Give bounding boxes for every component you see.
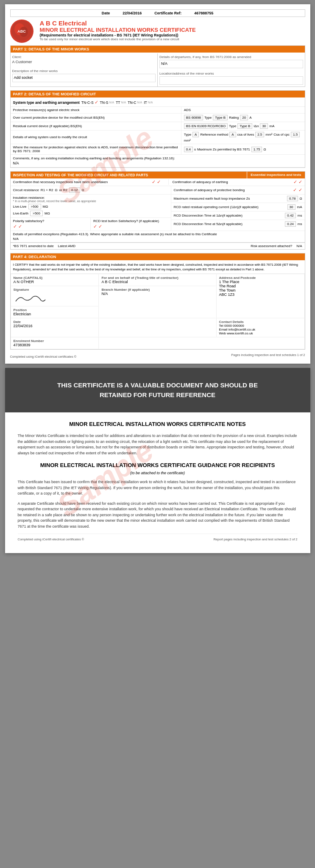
rcd-row: Residual current device (if applicable) … bbox=[11, 122, 305, 131]
rcd-test-block: RCD test button Satisfactory? (if applic… bbox=[91, 218, 171, 231]
address-label: Address and Postcode bbox=[219, 276, 302, 280]
notes-body: The Minor Works Certificate is intended … bbox=[18, 433, 298, 456]
wiring-label: Details of wiring system used to modify … bbox=[11, 131, 181, 144]
rcd-rated-label: RCD rated residual operating current (1Δ… bbox=[174, 205, 286, 209]
polarity-label: Polarity satisfactory? bbox=[13, 219, 88, 223]
polarity-block: Polarity satisfactory? ✓ ✓ bbox=[11, 218, 91, 231]
live-earth-row: Live-Earth >500 MΩ bbox=[13, 211, 168, 216]
idn-label: IΔn bbox=[254, 124, 259, 128]
protective-row: Protective measure(s) against electric s… bbox=[11, 107, 305, 114]
protection-row: Where the measure for protection against… bbox=[11, 144, 305, 155]
r2-unit: Ω bbox=[82, 188, 84, 192]
page2-footer-right: Report pages including inspection and te… bbox=[213, 537, 297, 541]
header-text: A B C Electrical MINOR ELECTRICAL INSTAL… bbox=[40, 19, 305, 41]
desc-value: Add socket bbox=[12, 74, 156, 82]
rating-unit: A bbox=[249, 116, 251, 120]
csa-cpc-label: Csa of cpc bbox=[273, 133, 290, 136]
comments-label: Comments, if any, on existing installati… bbox=[13, 156, 302, 160]
circuit-res-label: Circuit resistance bbox=[13, 188, 39, 192]
permitted-block: Details of permitted exceptions (Regulat… bbox=[11, 231, 305, 242]
circuit-res-row: Circuit resistance R1 + R2 Ω or R2 0.12 … bbox=[11, 186, 171, 195]
rcd-disc-1-unit: ms bbox=[298, 214, 302, 217]
part1-right: Details of departures, if any, from BS 7… bbox=[158, 53, 305, 86]
insp1-label: Confirmation that necessary inspections … bbox=[11, 179, 144, 185]
enrolment-label: Enrolment Number bbox=[14, 339, 96, 343]
tns-item: TN-S N/A bbox=[100, 100, 114, 105]
part3: INSPECTION AND TESTING OF THE MODIFIED C… bbox=[10, 171, 305, 250]
rcd-disc-5-unit: ms bbox=[298, 222, 302, 226]
contact-label: Contact Details bbox=[219, 320, 302, 324]
live-earth-label: Live-Earth bbox=[13, 211, 28, 215]
rcd-rated-val: 30 bbox=[287, 204, 295, 210]
svg-text:ABC: ABC bbox=[17, 29, 26, 33]
rcd-value: BS EN 61009 RCD/RCBO Type Type B IΔn 30 … bbox=[181, 122, 305, 130]
page2-banner-text: THIS CERTIFICATE IS A VALUABLE DOCUMENT … bbox=[14, 381, 302, 400]
rcd-type-value: Type B bbox=[237, 123, 252, 129]
live-live-label: Live-Live bbox=[13, 205, 27, 209]
rcd-bs: BS EN 61009 RCD/RCBO bbox=[184, 123, 228, 129]
r1r2-unit: Ω bbox=[55, 188, 57, 192]
page2-body: MINOR ELECTRICAL INSTALLATION WORKS CERT… bbox=[5, 412, 310, 553]
location-label: Location/address of the minor works bbox=[159, 72, 303, 75]
enrolment-value: 47383839 bbox=[14, 343, 96, 347]
part3-essential: Essential inspections and tests bbox=[247, 172, 304, 178]
position-value: Electrician bbox=[14, 312, 96, 316]
guidance-title: MINOR ELECTRICAL INSTALLATION WORKS CERT… bbox=[18, 462, 298, 468]
signature-svg bbox=[14, 293, 47, 303]
rcd-rated-unit: mA bbox=[297, 205, 302, 209]
live-earth-val: >500 bbox=[30, 211, 43, 216]
rating-value: 20 bbox=[240, 115, 248, 120]
insp-row-1: Confirmation that necessary inspections … bbox=[11, 178, 305, 186]
idn-unit: mA bbox=[269, 124, 274, 128]
guidance-body1: This Certificate has been issued to conf… bbox=[18, 479, 298, 497]
sig-label: Signature bbox=[14, 288, 96, 292]
live-live-row: Live-Live >500 MΩ bbox=[13, 204, 168, 209]
name-label: Name (CAPITALS) bbox=[14, 276, 96, 280]
bs7671-label: *BS 7671 amended to date bbox=[13, 244, 54, 248]
branch-label: Branch Number (if applicable) bbox=[101, 288, 213, 292]
rcd-rated-row: RCD rated residual operating current (1Δ… bbox=[171, 203, 305, 211]
departures-label: Details of departures, if any, from BS 7… bbox=[159, 55, 303, 59]
company-name: A B C Electrical bbox=[40, 19, 305, 27]
insp1-checks: ✓ ✓ bbox=[144, 178, 169, 186]
wiring-type: Type bbox=[184, 133, 191, 136]
rcd-test-checks: ✓ ✓ bbox=[93, 224, 168, 229]
declaration-text: I CERTIFY that the said works do not imp… bbox=[11, 261, 305, 274]
live-earth-unit: MΩ bbox=[45, 211, 50, 215]
permitted-value: N/A bbox=[13, 237, 302, 241]
date-label: Date bbox=[102, 11, 110, 15]
rcd-disc-1-row: RCD Disconnection Time at 1Δn(if applica… bbox=[171, 211, 305, 220]
date-ref-bar: Date 22/04/2016 Certificate Ref: 4678887… bbox=[10, 9, 305, 17]
part2-header: PART 2: DETAILS OF THE MODIFIED CIRCUIT bbox=[11, 91, 305, 97]
page2-banner: THIS CERTIFICATE IS A VALUABLE DOCUMENT … bbox=[5, 368, 310, 412]
bonding-zs-block: Confirmation of adequacy of protective b… bbox=[171, 186, 305, 231]
wiring-row: Details of wiring system used to modify … bbox=[11, 131, 305, 144]
protection-label: Where the measure for protection against… bbox=[11, 144, 181, 154]
resist-bond-row: Circuit resistance R1 + R2 Ω or R2 0.12 … bbox=[11, 186, 305, 231]
part1-left: Client: A Customer Description of the mi… bbox=[11, 53, 158, 86]
part3-header: INSPECTION AND TESTING OF THE MODIFIED C… bbox=[11, 172, 247, 178]
bonding-label: Confirmation of adequacy of protective b… bbox=[174, 188, 291, 192]
system-type-row: System type and earthing arrangement TN-… bbox=[11, 98, 305, 107]
latest-amd-label: Latest AMD bbox=[58, 244, 75, 248]
rating-label: Rating bbox=[229, 116, 239, 120]
tncs-item: TN-C-S ✓ bbox=[81, 100, 98, 105]
client-label: Client: bbox=[12, 55, 156, 59]
cert-usage: To be used only for minor electrical wor… bbox=[40, 37, 305, 41]
r1r2-val: 0.12 bbox=[69, 187, 80, 193]
rcd-disc-1-label: RCD Disconnection Time at 1Δn(if applica… bbox=[174, 214, 284, 217]
part1-body: Client: A Customer Description of the mi… bbox=[11, 53, 305, 86]
earth-fault-unit: Ω bbox=[300, 197, 302, 200]
rcd-disc-5-label: RCD Disconnection Time at 5Δn(if applica… bbox=[174, 222, 284, 226]
guidance-subtitle: (to be attached to the certificate) bbox=[18, 471, 298, 475]
date-label2: Date bbox=[14, 320, 96, 324]
cert-title: MINOR ELECTRICAL INSTALLATION WORKS CERT… bbox=[40, 27, 305, 33]
rcd-disc-5-val: 0.24 bbox=[285, 221, 296, 227]
it-item: IT N/A bbox=[144, 100, 153, 105]
cert-ref-label: Certificate Ref: bbox=[154, 11, 181, 15]
company-logo: ABC bbox=[10, 19, 33, 43]
address-value: 1 The Place The Road The Town ABC 1Z3 bbox=[219, 280, 302, 297]
part1-header: PART 1: DETAILS OF THE MINOR WORKS bbox=[11, 46, 305, 53]
amended-row: *BS 7671 amended to date Latest AMD Risk… bbox=[11, 242, 305, 249]
part4: PART 4: DECLARATION I CERTIFY that the s… bbox=[10, 253, 305, 350]
